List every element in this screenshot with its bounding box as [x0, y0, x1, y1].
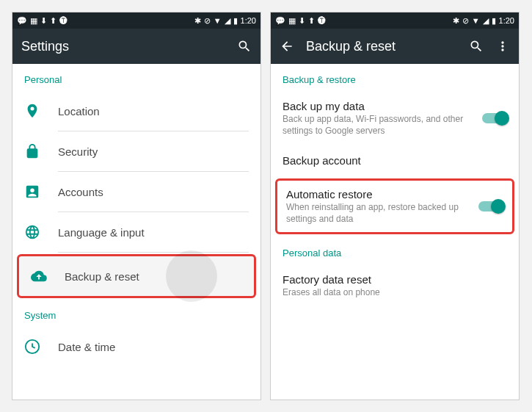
- pref-factory-reset[interactable]: Factory data reset Erases all data on ph…: [271, 264, 519, 308]
- bluetooth-icon: ✱: [453, 17, 459, 25]
- battery-icon: ▮: [233, 17, 238, 25]
- item-label: Backup & reset: [65, 270, 139, 283]
- appbar: Backup & reset: [271, 29, 519, 64]
- status-time: 1:20: [499, 16, 514, 25]
- signal-icon: ◢: [483, 17, 489, 25]
- battery-icon: ▮: [492, 17, 496, 25]
- toggle-switch[interactable]: [478, 201, 503, 212]
- chat-icon: 💬: [17, 17, 27, 25]
- clock-icon: [24, 339, 40, 355]
- wifi-icon: ▼: [472, 17, 480, 25]
- item-label: Security: [58, 145, 98, 158]
- item-security[interactable]: Security: [12, 131, 260, 171]
- pref-backup-my-data[interactable]: Back up my data Back up app data, Wi-Fi …: [271, 91, 519, 145]
- globe-icon: [24, 224, 40, 240]
- chat-icon: 💬: [275, 17, 285, 25]
- account-icon: [24, 184, 40, 200]
- back-icon[interactable]: [280, 39, 294, 54]
- bluetooth-icon: ✱: [194, 17, 201, 25]
- no-sim-icon: ⊘: [204, 17, 211, 25]
- settings-list: Personal Location Security Accounts: [12, 64, 260, 400]
- item-label: Language & input: [58, 226, 145, 239]
- pref-title: Automatic restore: [286, 188, 470, 200]
- download-icon: ⬇: [299, 17, 305, 25]
- no-sim-icon: ⊘: [462, 17, 469, 25]
- overflow-icon[interactable]: [495, 39, 510, 54]
- status-bar: 💬 ▦ ⬇ ⬆ 🅣 ✱ ⊘ ▼ ◢ ▮ 1:20: [271, 12, 519, 29]
- section-backup-restore: Backup & restore: [271, 64, 519, 91]
- pref-title: Factory data reset: [283, 273, 507, 286]
- wifi-icon: ▼: [214, 17, 222, 25]
- status-time: 1:20: [241, 16, 256, 25]
- backup-settings-list: Backup & restore Back up my data Back up…: [271, 64, 519, 400]
- signal-icon: ◢: [225, 17, 230, 25]
- pref-subtitle: When reinstalling an app, restore backed…: [286, 202, 470, 225]
- section-system: System: [12, 300, 260, 327]
- app-icon: ▦: [30, 17, 37, 25]
- backup-icon: [31, 268, 47, 284]
- translate-icon: 🅣: [59, 17, 68, 25]
- item-location[interactable]: Location: [12, 91, 260, 131]
- item-label: Date & time: [58, 341, 115, 353]
- section-personal: Personal: [12, 64, 260, 91]
- item-datetime[interactable]: Date & time: [12, 327, 260, 366]
- divider: [58, 252, 249, 253]
- appbar: Settings: [12, 29, 260, 64]
- pref-title: Backup account: [283, 154, 507, 167]
- phone-backup-reset: 💬 ▦ ⬇ ⬆ 🅣 ✱ ⊘ ▼ ◢ ▮ 1:20 Backup & reset …: [270, 12, 520, 400]
- pref-backup-account[interactable]: Backup account: [271, 145, 519, 176]
- pref-title: Back up my data: [283, 100, 473, 112]
- item-label: Accounts: [58, 186, 103, 198]
- appbar-title: Settings: [21, 39, 225, 54]
- appbar-title: Backup & reset: [306, 39, 457, 54]
- toggle-switch[interactable]: [482, 113, 507, 123]
- location-icon: [24, 103, 40, 119]
- item-backup-reset[interactable]: Backup & reset: [17, 254, 256, 298]
- status-bar: 💬 ▦ ⬇ ⬆ 🅣 ✱ ⊘ ▼ ◢ ▮ 1:20: [12, 12, 260, 29]
- download-icon: ⬇: [40, 17, 47, 25]
- upload-icon: ⬆: [50, 17, 57, 25]
- translate-icon: 🅣: [318, 17, 326, 25]
- search-icon[interactable]: [469, 39, 484, 54]
- search-icon[interactable]: [237, 39, 252, 54]
- pref-subtitle: Back up app data, Wi-Fi passwords, and o…: [283, 114, 473, 137]
- lock-icon: [24, 143, 40, 159]
- section-personal-data: Personal data: [271, 237, 519, 264]
- item-label: Location: [58, 105, 100, 118]
- pref-subtitle: Erases all data on phone: [283, 287, 507, 299]
- pref-automatic-restore[interactable]: Automatic restore When reinstalling an a…: [275, 178, 514, 234]
- app-icon: ▦: [288, 17, 296, 25]
- phone-settings: 💬 ▦ ⬇ ⬆ 🅣 ✱ ⊘ ▼ ◢ ▮ 1:20 Settings Person…: [12, 12, 261, 400]
- item-accounts[interactable]: Accounts: [12, 172, 260, 212]
- upload-icon: ⬆: [308, 17, 315, 25]
- touch-ripple: [166, 250, 217, 302]
- item-language[interactable]: Language & input: [12, 212, 260, 252]
